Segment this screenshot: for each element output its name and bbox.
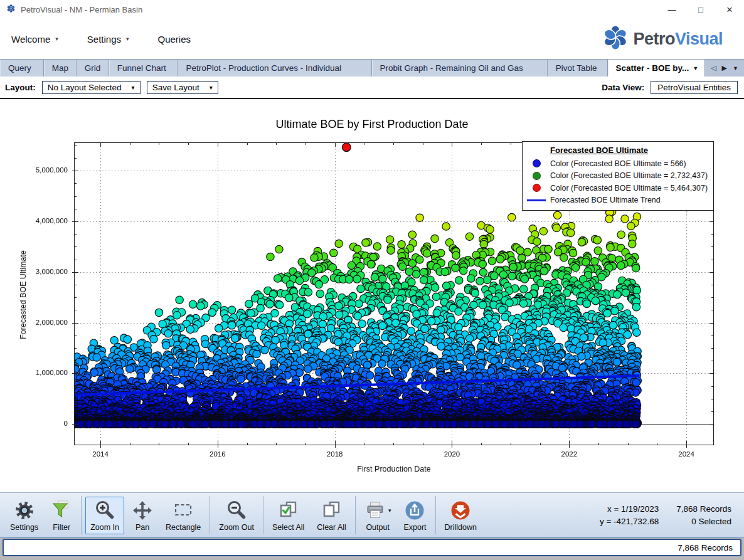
- chevron-down-icon: ▾: [210, 84, 213, 91]
- logo-wordmark: PetroVisual: [633, 29, 723, 49]
- close-button[interactable]: ✕: [715, 0, 744, 19]
- y-tick-label: 2,000,000: [0, 319, 68, 326]
- tab-funnel-chart[interactable]: Funnel Chart: [109, 60, 178, 77]
- legend-entry: Forecasted BOE Ultimate Trend: [523, 194, 713, 207]
- view-tab-bar: QueryMapGridFunnel ChartPetroPlot - Prod…: [0, 59, 744, 77]
- record-count: 7,868 Records: [678, 543, 733, 552]
- legend-dot-swatch: [533, 172, 541, 180]
- toolbar-button-export[interactable]: Export: [398, 497, 431, 534]
- tab-grid[interactable]: Grid: [77, 60, 109, 77]
- toolbar-button-rectangle[interactable]: Rectangle: [161, 497, 206, 534]
- toolbar-button-label: Export: [403, 523, 426, 532]
- chart-title: Ultimate BOE by First Production Date: [0, 118, 744, 131]
- menu-settings[interactable]: Settings▾: [87, 34, 129, 45]
- y-tick-label: 5,000,000: [0, 166, 68, 174]
- y-tick-label: 0: [0, 420, 68, 427]
- toolbar-button-zoom-out[interactable]: Zoom Out: [214, 497, 259, 534]
- bottom-toolbar: SettingsFilterZoom InPanRectangleZoom Ou…: [0, 492, 744, 538]
- menu-label: Welcome: [11, 34, 50, 45]
- active-tab-label: Scatter - BOE by...: [616, 63, 689, 73]
- y-tick-label: 1,000,000: [0, 369, 68, 376]
- menu-label: Settings: [87, 34, 121, 45]
- x-tick-label: 2016: [198, 450, 238, 458]
- clear-all-icon: [321, 500, 343, 521]
- tab-probit-graph-remaining-oil-and-gas[interactable]: Probit Graph - Remaining Oil and Gas: [372, 60, 548, 77]
- export-icon: [404, 500, 425, 521]
- tab-query[interactable]: Query: [0, 60, 44, 77]
- toolbar-separator: [435, 496, 436, 534]
- y-tick-label: 4,000,000: [0, 217, 68, 225]
- data-view-label: Data View:: [602, 83, 644, 92]
- toolbar-button-select-all[interactable]: Select All: [267, 497, 309, 534]
- save-layout-value: Save Layout: [152, 83, 199, 92]
- toolbar-button-label: Settings: [10, 523, 38, 532]
- toolbar-button-label: Filter: [53, 523, 70, 532]
- legend-line-swatch: [527, 199, 546, 201]
- toolbar-button-label: Rectangle: [166, 523, 201, 532]
- legend-entry-label: Forecasted BOE Ultimate Trend: [550, 196, 661, 204]
- toolbar-button-settings[interactable]: Settings: [5, 497, 43, 534]
- data-view-box[interactable]: PetroVisual Entities: [651, 81, 738, 94]
- x-tick-label: 2014: [80, 450, 120, 458]
- gear-icon: [14, 500, 35, 521]
- toolbar-button-pan[interactable]: Pan: [127, 497, 158, 534]
- legend-entry-label: Color (Forecasted BOE Ultimate = 566): [550, 159, 686, 168]
- petrovisual-logo: PetroVisual: [602, 24, 723, 53]
- menu-queries[interactable]: Queries: [158, 34, 191, 45]
- tab-petroplot-production-curves-individual[interactable]: PetroPlot - Production Curves - Individu…: [178, 60, 371, 77]
- x-tick-label: 2020: [432, 450, 472, 458]
- maximize-button[interactable]: □: [686, 0, 715, 19]
- toolbar-separator: [210, 496, 210, 534]
- zoom-in-icon: [94, 500, 115, 521]
- toolbar-button-filter[interactable]: Filter: [46, 497, 77, 534]
- app-window: { "window": { "title": "PetroVisual - NM…: [0, 0, 744, 560]
- chevron-down-icon: ▾: [132, 84, 135, 91]
- toolbar-button-drilldown[interactable]: Drilldown: [440, 497, 482, 534]
- menu-label: Queries: [158, 34, 191, 45]
- menu-bar: Welcome▾Settings▾Queries PetroVisual: [0, 19, 744, 59]
- rectangle-select-icon: [173, 500, 194, 521]
- toolbar-button-label: Pan: [136, 523, 149, 532]
- drilldown-icon: [450, 500, 471, 521]
- tab-list-dropdown-icon[interactable]: ▼: [733, 65, 738, 71]
- cursor-y-readout: y = -421,732.68: [600, 517, 659, 526]
- status-bar-area: 7,868 Records: [0, 538, 744, 560]
- x-axis-label: First Production Date: [206, 465, 582, 473]
- records-count: 7,868 Records: [676, 504, 731, 514]
- status-bar: 7,868 Records: [3, 539, 741, 556]
- menu-welcome[interactable]: Welcome▾: [11, 34, 58, 45]
- toolbar-button-label: Zoom Out: [219, 523, 254, 532]
- tab-scatter-boe-by-active[interactable]: Scatter - BOE by...▾: [608, 60, 706, 77]
- toolbar-button-zoom-in[interactable]: Zoom In: [85, 497, 124, 534]
- toolbar-button-label: Drilldown: [445, 523, 477, 532]
- window-title: PetroVisual - NM - Permian Basin: [21, 5, 142, 14]
- layout-select[interactable]: No Layout Selected ▾: [42, 81, 141, 94]
- legend-entry: Color (Forecasted BOE Ultimate = 5,464,3…: [523, 182, 713, 194]
- toolbar-separator: [355, 496, 356, 534]
- y-tick-label: 3,000,000: [0, 268, 68, 275]
- window-controls: — □ ✕: [657, 0, 744, 19]
- toolbar-button-clear-all[interactable]: Clear All: [312, 497, 351, 534]
- save-layout-select[interactable]: Save Layout ▾: [147, 81, 218, 94]
- legend-title: Forecasted BOE Ultimate: [550, 145, 713, 155]
- tab-map[interactable]: Map: [44, 60, 77, 77]
- minimize-button[interactable]: —: [657, 0, 686, 19]
- tab-scroll-left-icon[interactable]: ◁: [711, 64, 716, 72]
- toolbar-button-output[interactable]: ▾Output: [359, 497, 396, 534]
- legend-entry-label: Color (Forecasted BOE Ultimate = 5,464,3…: [550, 184, 708, 193]
- legend-dot-swatch: [533, 159, 541, 167]
- selected-count: 0 Selected: [691, 517, 731, 526]
- select-all-icon: [278, 500, 299, 521]
- tab-pivot-table[interactable]: Pivot Table: [548, 60, 608, 77]
- chevron-down-icon: ▾: [126, 36, 129, 42]
- tab-scroll-right-icon[interactable]: ▶: [722, 64, 727, 72]
- chevron-down-icon: ▾: [55, 36, 58, 42]
- title-bar: PetroVisual - NM - Permian Basin — □ ✕: [0, 0, 744, 19]
- printer-icon: ▾: [364, 500, 391, 521]
- toolbar-separator: [81, 496, 82, 534]
- toolbar-separator: [263, 496, 263, 534]
- pan-icon: [132, 500, 153, 521]
- legend-entry-label: Color (Forecasted BOE Ultimate = 2,732,4…: [550, 171, 708, 180]
- layout-select-value: No Layout Selected: [48, 83, 122, 92]
- chevron-down-icon[interactable]: ▾: [388, 507, 391, 514]
